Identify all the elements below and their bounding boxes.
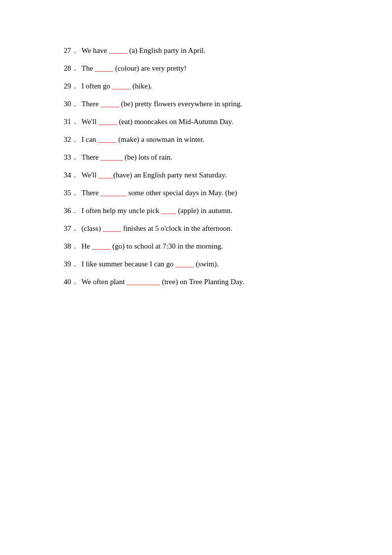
sentence-text: The xyxy=(81,64,95,72)
item-number: 36． xyxy=(59,205,81,216)
sentence-text: We'll xyxy=(81,171,98,179)
item-sentence: We'll _____ (eat) mooncakes on Mid-Autum… xyxy=(81,116,333,128)
item-sentence: I often go _____ (hike). xyxy=(81,80,333,92)
item-number: 37． xyxy=(59,222,81,234)
list-item: 29．I often go _____ (hike). xyxy=(59,80,333,92)
sentence-text: (hike). xyxy=(131,82,152,90)
list-item: 32．I can _____ (make) a snowman in winte… xyxy=(59,133,333,145)
sentence-text: He xyxy=(81,242,92,250)
sentence-text: (go) to school at 7:30 in the morning. xyxy=(111,242,223,250)
sentence-text: I often go xyxy=(81,82,112,90)
sentence-text: I often help my uncle pick xyxy=(81,207,161,214)
sentence-text: We'll xyxy=(81,118,98,126)
fill-blank: _____ xyxy=(95,64,114,72)
item-sentence: He _____ (go) to school at 7:30 in the m… xyxy=(81,240,333,252)
fill-blank: ____ xyxy=(98,171,113,179)
sentence-text: (tree) on Tree Planting Day. xyxy=(160,278,244,286)
item-number: 33． xyxy=(59,151,81,163)
sentence-text: (apple) in autumn. xyxy=(176,207,233,214)
list-item: 33．There ______ (be) lots of rain. xyxy=(59,151,333,163)
list-item: 40．We often plant _________ (tree) on Tr… xyxy=(59,276,333,288)
item-number: 29． xyxy=(59,80,81,92)
fill-blank: ____ xyxy=(161,207,176,214)
fill-blank: _________ xyxy=(127,278,160,286)
fill-blank: _____ xyxy=(103,224,121,232)
item-sentence: I like summer because I can go _____ (sw… xyxy=(81,258,333,270)
item-sentence: I can _____ (make) a snowman in winter. xyxy=(81,133,333,145)
sentence-text: There xyxy=(81,100,101,108)
list-item: 31．We'll _____ (eat) mooncakes on Mid-Au… xyxy=(59,116,333,128)
item-number: 30． xyxy=(59,98,81,110)
fill-blank: _____ xyxy=(112,82,131,90)
sentence-text: finishes at 5 o'clock in the afternoon. xyxy=(121,224,232,232)
fill-blank: _____ xyxy=(92,242,111,250)
fill-blank: _______ xyxy=(101,189,127,197)
sentence-text: some other special days in May. (be) xyxy=(126,189,237,197)
sentence-text: There xyxy=(81,153,101,161)
list-item: 36．I often help my uncle pick ____ (appl… xyxy=(59,205,333,216)
item-sentence: There _____ (be) pretty flowers everywhe… xyxy=(81,98,333,110)
sentence-text: We often plant xyxy=(81,278,127,286)
list-item: 37．(class) _____ finishes at 5 o'clock i… xyxy=(59,222,333,234)
item-sentence: I often help my uncle pick ____ (apple) … xyxy=(81,205,333,216)
item-number: 34． xyxy=(59,169,81,181)
sentence-text: (class) xyxy=(81,224,103,232)
item-sentence: We'll ____(have) an English party next S… xyxy=(81,169,333,181)
item-number: 31． xyxy=(59,116,81,128)
sentence-text: (colour) are very pretty! xyxy=(114,64,187,72)
fill-blank: ______ xyxy=(101,153,123,161)
item-sentence: There ______ (be) lots of rain. xyxy=(81,151,333,163)
sentence-text: I can xyxy=(81,135,98,143)
item-number: 39． xyxy=(59,258,81,270)
list-item: 35．There _______ some other special days… xyxy=(59,187,333,199)
list-item: 38．He _____ (go) to school at 7:30 in th… xyxy=(59,240,333,252)
item-sentence: There _______ some other special days in… xyxy=(81,187,333,199)
sentence-text: (swim). xyxy=(194,260,219,268)
sentence-text: We have xyxy=(81,46,109,54)
list-item: 28．The _____ (colour) are very pretty! xyxy=(59,62,333,74)
main-content: 27．We have _____ (a) English party in Ap… xyxy=(0,0,392,323)
item-number: 40． xyxy=(59,276,81,288)
item-sentence: We often plant _________ (tree) on Tree … xyxy=(81,276,333,288)
sentence-text: (be) pretty flowers everywhere in spring… xyxy=(119,100,242,108)
item-number: 27． xyxy=(59,44,81,56)
list-item: 34．We'll ____(have) an English party nex… xyxy=(59,169,333,181)
fill-blank: _____ xyxy=(98,135,117,143)
item-sentence: (class) _____ finishes at 5 o'clock in t… xyxy=(81,222,333,234)
sentence-text: There xyxy=(81,189,101,197)
fill-blank: _____ xyxy=(101,100,119,108)
sentence-text: I like summer because I can go xyxy=(81,260,175,268)
fill-blank: _____ xyxy=(109,46,127,54)
item-sentence: The _____ (colour) are very pretty! xyxy=(81,62,333,74)
sentence-text: (a) English party in April. xyxy=(127,46,205,54)
sentence-text: (eat) mooncakes on Mid-Autumn Day. xyxy=(117,118,234,126)
sentence-text: (have) an English party next Saturday. xyxy=(113,171,227,179)
item-sentence: We have _____ (a) English party in April… xyxy=(81,44,333,56)
item-number: 38． xyxy=(59,240,81,252)
fill-blank: _____ xyxy=(98,118,117,126)
fill-blank: _____ xyxy=(175,260,194,268)
item-number: 32． xyxy=(59,133,81,145)
list-item: 27．We have _____ (a) English party in Ap… xyxy=(59,44,333,56)
item-number: 28． xyxy=(59,62,81,74)
sentence-text: (be) lots of rain. xyxy=(123,153,172,161)
sentence-text: (make) a snowman in winter. xyxy=(117,135,204,143)
item-number: 35． xyxy=(59,187,81,199)
list-item: 39．I like summer because I can go _____ … xyxy=(59,258,333,270)
list-item: 30．There _____ (be) pretty flowers every… xyxy=(59,98,333,110)
